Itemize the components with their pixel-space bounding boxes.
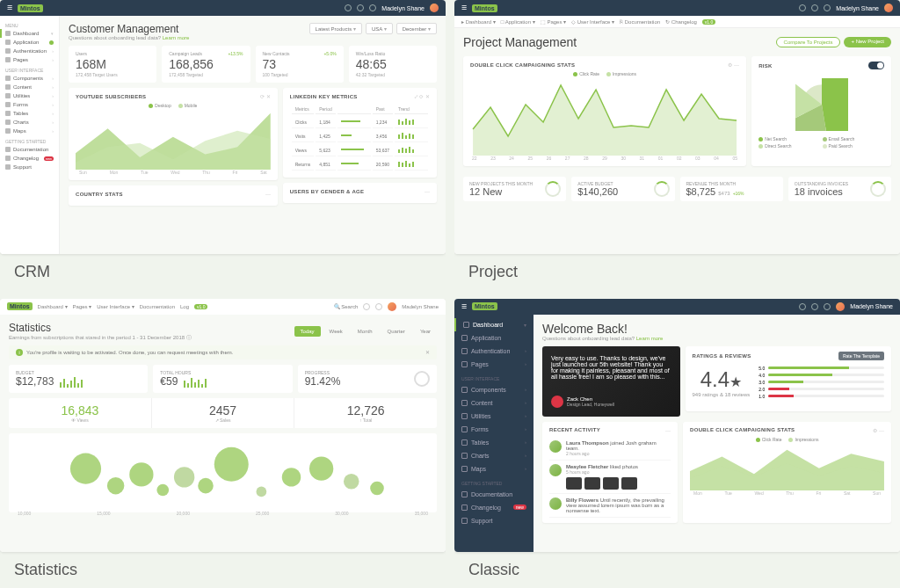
avatar[interactable] xyxy=(388,302,396,311)
app-icon xyxy=(461,335,468,341)
bell-icon[interactable] xyxy=(824,303,831,310)
card-menu-icon[interactable]: ⤢ ⟳ ✕ xyxy=(414,93,430,99)
search-icon[interactable]: 🔍 Search xyxy=(334,303,359,309)
risk-toggle[interactable] xyxy=(868,62,884,69)
card-title: COUNTRY STATS xyxy=(76,192,123,197)
logo[interactable]: Mintos xyxy=(472,4,497,12)
tab-year[interactable]: Year xyxy=(414,326,437,337)
logo[interactable]: Mintos xyxy=(18,4,43,12)
user-name[interactable]: Madelyn Shane xyxy=(381,5,425,11)
bell-icon[interactable] xyxy=(369,4,376,11)
sidebar-item-auth[interactable]: Authentication› xyxy=(454,345,533,358)
sidebar-item-application[interactable]: Application xyxy=(454,331,533,345)
gear-icon[interactable] xyxy=(363,303,370,310)
gear-icon[interactable] xyxy=(811,303,818,310)
sidebar-item-tables[interactable]: Tables› xyxy=(454,436,533,449)
card-menu-icon[interactable]: ⟳ ✕ xyxy=(260,93,271,99)
tab-month[interactable]: Month xyxy=(352,326,379,337)
close-icon[interactable]: ✕ xyxy=(425,349,430,355)
thumbnail-label: Project xyxy=(454,254,900,290)
sidebar-item-content[interactable]: Content› xyxy=(0,83,59,91)
user-name[interactable]: Madelyn Shane xyxy=(836,5,879,11)
sidebar-item-application[interactable]: Application xyxy=(0,38,59,47)
sidebar-header: MENU xyxy=(0,19,59,29)
sidebar-item-pages[interactable]: Pages› xyxy=(0,55,59,64)
menu-icon[interactable]: ☰ xyxy=(461,303,467,310)
sidebar-item-components[interactable]: Components› xyxy=(0,74,59,83)
avatar[interactable] xyxy=(884,4,893,12)
user-name[interactable]: Madelyn Shane xyxy=(850,303,893,309)
sidebar-item-changelog[interactable]: Changelognew xyxy=(454,501,533,514)
country-select[interactable]: USA xyxy=(366,23,393,34)
avatar[interactable] xyxy=(430,4,439,12)
sidebar-item-components[interactable]: Components› xyxy=(454,383,533,396)
sidebar-item-changelog[interactable]: Changelognew xyxy=(0,154,59,163)
compare-button[interactable]: Compare To Projects xyxy=(776,37,841,47)
products-select[interactable]: Latest Products xyxy=(309,23,362,34)
bell-icon[interactable] xyxy=(824,4,831,11)
gear-icon[interactable] xyxy=(357,4,364,11)
breadcrumb-item[interactable]: Pages ▾ xyxy=(73,303,92,309)
gear-icon[interactable] xyxy=(811,4,818,11)
user-name[interactable]: Madelyn Shane xyxy=(402,304,439,309)
card-menu-icon[interactable]: ⋯ xyxy=(425,188,430,194)
sidebar-item-utilities[interactable]: Utilities› xyxy=(454,410,533,423)
breadcrumb-item[interactable]: User Interface ▾ xyxy=(97,303,134,309)
sidebar-item-utilities[interactable]: Utilities› xyxy=(0,91,59,100)
learn-more-link[interactable]: Learn more xyxy=(163,35,190,40)
logo[interactable]: Mintos xyxy=(7,302,33,310)
rate-button[interactable]: Rate The Template xyxy=(838,352,884,360)
lock-icon xyxy=(5,48,11,54)
breadcrumb-item[interactable]: Dashboard ▾ xyxy=(38,303,68,309)
sidebar-item-content[interactable]: Content› xyxy=(454,396,533,410)
tab-week[interactable]: Week xyxy=(323,326,349,337)
menu-icon[interactable]: ☰ xyxy=(7,4,12,11)
sidebar-item-pages[interactable]: Pages› xyxy=(454,358,533,371)
country-stats-card: COUNTRY STATS⋯ xyxy=(69,185,278,206)
search-icon[interactable] xyxy=(799,4,806,11)
card-menu-icon[interactable]: ⚙ ⋯ xyxy=(728,62,739,68)
card-title: USERS BY GENDER & AGE xyxy=(290,189,365,194)
sidebar-item-support[interactable]: Support xyxy=(454,514,533,527)
sidebar-item-maps[interactable]: Maps› xyxy=(0,127,59,135)
sidebar-item-maps[interactable]: Maps› xyxy=(454,462,533,475)
month-select[interactable]: December xyxy=(396,23,437,34)
sidebar-item-dashboard[interactable]: Dashboard▾ xyxy=(0,29,59,38)
search-icon[interactable] xyxy=(799,303,806,310)
content-icon xyxy=(5,84,11,90)
recent-activity-card: RECENT ACTIVITY⋯ Laura Thompson joined J… xyxy=(542,422,678,523)
sidebar-item-docs[interactable]: Documentation xyxy=(454,488,533,501)
avatar[interactable] xyxy=(836,302,845,311)
card-menu-icon[interactable]: ⋯ xyxy=(665,427,671,433)
search-icon[interactable] xyxy=(345,4,352,11)
sidebar-item-auth[interactable]: Authentication› xyxy=(0,47,59,55)
card-menu-icon[interactable]: ⚙ ⋯ xyxy=(873,427,884,433)
sidebar-item-forms[interactable]: Forms› xyxy=(454,423,533,436)
maps-icon xyxy=(461,466,468,472)
page-title: Welcome Back! xyxy=(542,322,891,336)
sidebar-item-charts[interactable]: Charts› xyxy=(0,118,59,127)
stat-revenue: REVENUE THIS MONTH$8,725 $473 +16% xyxy=(680,177,783,201)
sidebar-item-dashboard[interactable]: Dashboard▾ xyxy=(454,318,533,331)
tab-quarter[interactable]: Quarter xyxy=(381,326,411,337)
breadcrumb-item[interactable]: Documentation xyxy=(140,304,175,309)
chart-x-axis: 222324252627282930310102030405 xyxy=(470,156,739,161)
kpi-hours: TOTAL HOURS€59 xyxy=(153,365,292,393)
new-project-button[interactable]: + New Project xyxy=(844,37,891,47)
breadcrumb-item[interactable]: Log xyxy=(180,304,189,309)
card-menu-icon[interactable]: ⋯ xyxy=(265,191,271,197)
risk-card: RISK Net Search Email Search Direct Sear… xyxy=(751,56,891,166)
svg-rect-2 xyxy=(402,121,403,125)
learn-more-link[interactable]: Learn more xyxy=(636,336,664,341)
tab-today[interactable]: Today xyxy=(294,326,321,337)
sidebar-item-charts[interactable]: Charts› xyxy=(454,449,533,462)
sidebar-item-support[interactable]: Support xyxy=(0,163,59,171)
logo[interactable]: Mintos xyxy=(472,302,497,310)
sidebar-item-docs[interactable]: Documentation xyxy=(0,145,59,154)
menu-icon[interactable]: ☰ xyxy=(461,4,467,11)
bell-icon[interactable] xyxy=(375,303,382,310)
sidebar-item-forms[interactable]: Forms› xyxy=(0,100,59,109)
author-avatar xyxy=(551,396,563,408)
sidebar-item-tables[interactable]: Tables› xyxy=(0,109,59,118)
campaign-chart xyxy=(690,442,884,490)
